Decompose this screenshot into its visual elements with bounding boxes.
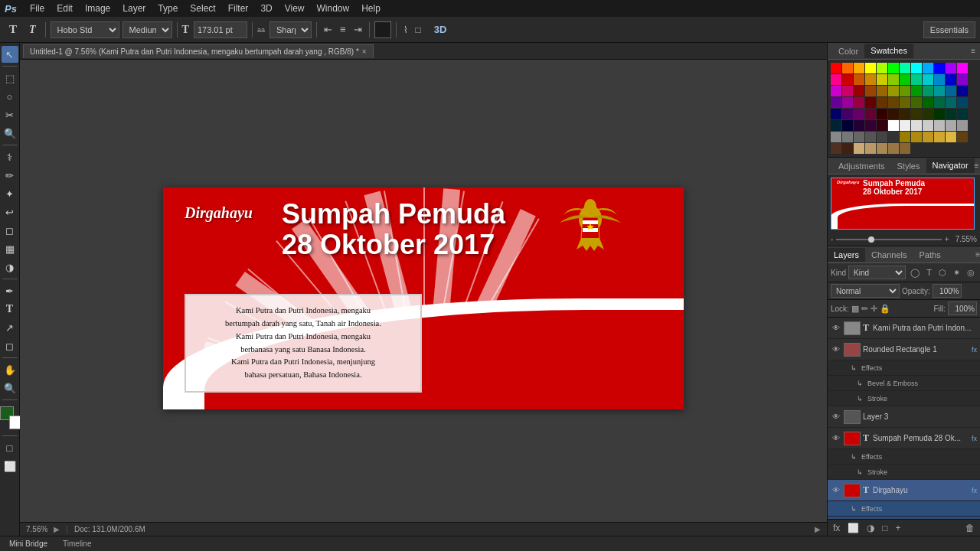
swatch-cell[interactable]	[831, 120, 841, 131]
align-right-btn[interactable]: ⇥	[351, 22, 364, 37]
spot-heal-tool[interactable]: ⚕	[2, 148, 18, 165]
swatch-cell[interactable]	[900, 109, 910, 119]
swatch-cell[interactable]	[854, 132, 864, 142]
move-tool[interactable]: ↖	[2, 46, 18, 63]
swatch-cell[interactable]	[923, 86, 933, 96]
menu-window[interactable]: Window	[312, 2, 355, 15]
swatch-cell[interactable]	[865, 120, 876, 131]
swatch-cell[interactable]	[831, 74, 841, 85]
menu-layer[interactable]: Layer	[117, 2, 151, 15]
swatch-cell[interactable]	[865, 74, 876, 85]
align-left-btn[interactable]: ⇤	[322, 22, 335, 37]
menu-3d[interactable]: 3D	[255, 2, 277, 15]
dodge-tool[interactable]: ◑	[2, 259, 18, 276]
menu-type[interactable]: Type	[152, 2, 183, 15]
menu-filter[interactable]: Filter	[223, 2, 254, 15]
new-adjustment-btn[interactable]: ◑	[864, 521, 877, 535]
swatch-cell[interactable]	[842, 74, 853, 85]
menu-file[interactable]: File	[24, 2, 50, 15]
swatch-cell[interactable]	[831, 109, 841, 119]
marquee-tool[interactable]: ⬚	[2, 70, 18, 86]
swatch-cell[interactable]	[934, 132, 945, 142]
swatch-cell[interactable]	[911, 63, 922, 73]
crop-tool[interactable]: ✂	[2, 106, 18, 123]
layers-panel-menu-btn[interactable]: ≡	[975, 250, 980, 259]
layer-item[interactable]: 👁 Layer 3	[828, 406, 980, 428]
swatch-cell[interactable]	[831, 86, 841, 96]
layer-visibility-toggle[interactable]: 👁	[831, 344, 841, 355]
swatch-cell[interactable]	[842, 63, 853, 73]
new-group-btn[interactable]: □	[880, 521, 890, 535]
swatch-cell[interactable]	[934, 120, 945, 131]
shape-tool[interactable]: ◻	[2, 337, 18, 354]
swatch-cell[interactable]	[911, 120, 922, 131]
layer-item[interactable]: 👁 T Dirgahayu fx	[828, 480, 980, 501]
font-style-select[interactable]: Medium	[122, 21, 172, 38]
swatch-cell[interactable]	[854, 63, 864, 73]
fill-input[interactable]	[948, 302, 977, 315]
swatch-cell[interactable]	[946, 97, 956, 108]
swatch-cell[interactable]	[888, 63, 899, 73]
swatch-cell[interactable]	[877, 143, 887, 154]
swatch-cell[interactable]	[831, 63, 841, 73]
swatch-cell[interactable]	[854, 86, 864, 96]
swatch-cell[interactable]	[877, 74, 887, 85]
history-brush[interactable]: ↩	[2, 204, 18, 220]
swatch-cell[interactable]	[854, 97, 864, 108]
swatch-cell[interactable]	[900, 86, 910, 96]
swatch-cell[interactable]	[934, 63, 945, 73]
layers-tab[interactable]: Layers	[828, 248, 865, 262]
opacity-input[interactable]	[933, 284, 962, 298]
lock-transparent-btn[interactable]: ▦	[851, 304, 859, 314]
layer-visibility-toggle[interactable]: 👁	[831, 412, 841, 422]
essentials-button[interactable]: Essentials	[923, 21, 975, 38]
swatch-cell[interactable]	[877, 86, 887, 96]
swatch-cell[interactable]	[900, 143, 910, 154]
swatch-cell[interactable]	[946, 120, 956, 131]
swatch-cell[interactable]	[842, 132, 853, 142]
swatch-cell[interactable]	[831, 132, 841, 142]
zoom-tool[interactable]: 🔍	[2, 380, 18, 396]
align-center-btn[interactable]: ≡	[338, 22, 348, 37]
swatch-cell[interactable]	[831, 143, 841, 154]
swatch-cell[interactable]	[923, 63, 933, 73]
swatch-cell[interactable]	[854, 143, 864, 154]
swatch-cell[interactable]	[842, 97, 853, 108]
swatch-cell[interactable]	[888, 86, 899, 96]
swatch-cell[interactable]	[877, 132, 887, 142]
swatch-cell[interactable]	[854, 74, 864, 85]
swatch-cell[interactable]	[877, 97, 887, 108]
add-layer-style-btn[interactable]: fx	[831, 521, 842, 535]
font-family-select[interactable]: Hobo Std	[51, 21, 119, 38]
swatch-cell[interactable]	[946, 74, 956, 85]
swatch-cell[interactable]	[865, 63, 876, 73]
swatch-cell[interactable]	[911, 86, 922, 96]
layer-visibility-toggle[interactable]: 👁	[831, 433, 841, 444]
tab-close-btn[interactable]: ×	[362, 47, 367, 56]
swatch-cell[interactable]	[877, 109, 887, 119]
menu-select[interactable]: Select	[185, 2, 220, 15]
brush-tool[interactable]: ✏	[2, 167, 18, 184]
swatch-cell[interactable]	[911, 109, 922, 119]
swatch-cell[interactable]	[934, 97, 945, 108]
layer-filter-1[interactable]: ◯	[908, 267, 922, 279]
swatch-cell[interactable]	[946, 132, 956, 142]
swatch-cell[interactable]	[957, 86, 968, 96]
delete-layer-btn[interactable]: 🗑	[963, 521, 977, 535]
swatch-cell[interactable]	[900, 74, 910, 85]
layers-list[interactable]: 👁 T Kami Putra dan Putri Indon... 👁 Roun…	[828, 318, 980, 519]
layer-item[interactable]: 👁 T Kami Putra dan Putri Indon...	[828, 318, 980, 339]
navigator-tab[interactable]: Navigator	[926, 158, 975, 173]
eyedropper-tool[interactable]: 🔍	[2, 125, 18, 142]
layer-visibility-toggle[interactable]: 👁	[831, 485, 841, 496]
quick-mask-btn[interactable]: □	[2, 439, 18, 456]
adjustments-tab[interactable]: Adjustments	[832, 159, 891, 173]
swatch-cell[interactable]	[957, 132, 968, 142]
panel-collapse-btn[interactable]: ≡	[971, 47, 975, 55]
swatch-cell[interactable]	[923, 97, 933, 108]
layer-filter-4[interactable]: ⁕	[951, 267, 962, 279]
swatch-cell[interactable]	[854, 109, 864, 119]
swatch-cell[interactable]	[946, 63, 956, 73]
swatch-cell[interactable]	[934, 109, 945, 119]
layer-item[interactable]: 👁 Rounded Rectangle 1 fx	[828, 339, 980, 360]
